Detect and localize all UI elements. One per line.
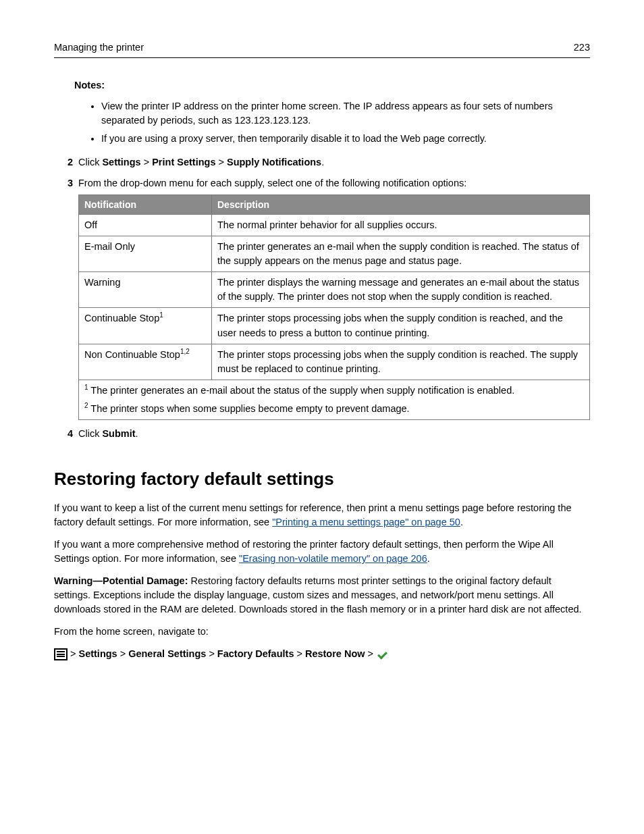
table-row: Non Continuable Stop1,2The printer stops… — [79, 344, 590, 380]
cell-notification: Warning — [79, 272, 212, 308]
path-segment: Settings — [102, 157, 140, 167]
text: > — [141, 157, 153, 167]
text: Click — [78, 428, 102, 439]
step-4: 4 Click Submit. — [54, 427, 590, 441]
footnote-ref: 1 — [159, 312, 163, 319]
paragraph: If you want a more comprehensive method … — [54, 538, 590, 566]
step-3: 3 From the drop-down menu for each suppl… — [54, 176, 590, 419]
header-title: Managing the printer — [54, 41, 144, 55]
link-print-menu-settings[interactable]: "Printing a menu settings page" on page … — [272, 517, 460, 527]
step-body: From the drop-down menu for each supply,… — [78, 176, 590, 419]
footnote-ref: 1,2 — [180, 348, 190, 355]
cell-notification: Non Continuable Stop1,2 — [79, 344, 212, 380]
nav-intro: From the home screen, navigate to: — [54, 625, 590, 639]
table-row: WarningThe printer displays the warning … — [79, 272, 590, 308]
text: Non Continuable Stop — [84, 349, 180, 360]
warning-paragraph: Warning—Potential Damage: Restoring fact… — [54, 574, 590, 617]
text: > — [215, 157, 227, 167]
cell-description: The printer stops processing jobs when t… — [212, 308, 590, 344]
text: > — [209, 647, 214, 661]
footnote-text: The printer generates an e-mail about th… — [88, 385, 515, 396]
text: > — [70, 647, 76, 661]
text: . — [321, 157, 324, 167]
path-segment: Factory Defaults — [217, 647, 294, 661]
text: > — [368, 647, 373, 661]
page-content: Notes: View the printer IP address on th… — [54, 78, 590, 661]
col-notification: Notification — [79, 195, 212, 215]
cell-description: The printer generates an e-mail when the… — [212, 236, 590, 272]
page-header: Managing the printer 223 — [54, 41, 590, 58]
step-body: Click Submit. — [78, 427, 590, 441]
cell-description: The printer stops processing jobs when t… — [212, 344, 590, 380]
link-erasing-memory[interactable]: "Erasing non-volatile memory" on page 20… — [239, 553, 427, 564]
path-segment: Settings — [78, 647, 117, 661]
path-segment: General Settings — [128, 647, 206, 661]
section-heading: Restoring factory default settings — [54, 467, 590, 492]
table-row: Continuable Stop1The printer stops proce… — [79, 308, 590, 344]
check-icon — [376, 649, 388, 660]
text: Click — [78, 157, 102, 167]
header-page-number: 223 — [574, 41, 590, 55]
warning-label: Warning—Potential Damage: — [54, 575, 188, 586]
text: . — [136, 428, 138, 439]
text: > — [120, 647, 126, 661]
cell-description: The normal printer behavior for all supp… — [212, 215, 590, 236]
col-description: Description — [212, 195, 590, 215]
cell-notification: E-mail Only — [79, 236, 212, 272]
text: . — [427, 553, 430, 564]
cell-notification: Off — [79, 215, 212, 236]
step-body: Click Settings > Print Settings > Supply… — [78, 155, 590, 170]
table-footnotes: 1 The printer generates an e-mail about … — [79, 380, 590, 419]
footnote-text: The printer stops when some supplies bec… — [88, 403, 410, 414]
nav-path: > Settings > General Settings > Factory … — [54, 647, 590, 661]
menu-icon — [54, 648, 68, 660]
footnote-cell: 1 The printer generates an e-mail about … — [79, 380, 590, 419]
text: Continuable Stop — [84, 313, 159, 323]
cell-notification: Continuable Stop1 — [79, 308, 212, 344]
submit-label: Submit — [102, 428, 135, 439]
step-number: 2 — [54, 155, 78, 170]
step-number: 3 — [54, 176, 78, 419]
step-2: 2 Click Settings > Print Settings > Supp… — [54, 155, 590, 170]
text: > — [296, 647, 302, 661]
text: . — [460, 517, 463, 527]
notification-table: Notification Description OffThe normal p… — [78, 194, 590, 419]
path-segment: Print Settings — [152, 157, 215, 167]
notes-list: View the printer IP address on the print… — [74, 99, 590, 146]
text: From the drop-down menu for each supply,… — [78, 178, 466, 188]
path-segment: Restore Now — [305, 647, 365, 661]
note-item: If you are using a proxy server, then te… — [101, 132, 590, 146]
step-number: 4 — [54, 427, 78, 441]
notes-label: Notes: — [74, 78, 590, 93]
paragraph: If you want to keep a list of the curren… — [54, 501, 590, 529]
path-segment: Supply Notifications — [227, 157, 321, 167]
table-row: OffThe normal printer behavior for all s… — [79, 215, 590, 236]
note-item: View the printer IP address on the print… — [101, 99, 590, 128]
table-row: E-mail OnlyThe printer generates an e-ma… — [79, 236, 590, 272]
cell-description: The printer displays the warning message… — [212, 272, 590, 308]
